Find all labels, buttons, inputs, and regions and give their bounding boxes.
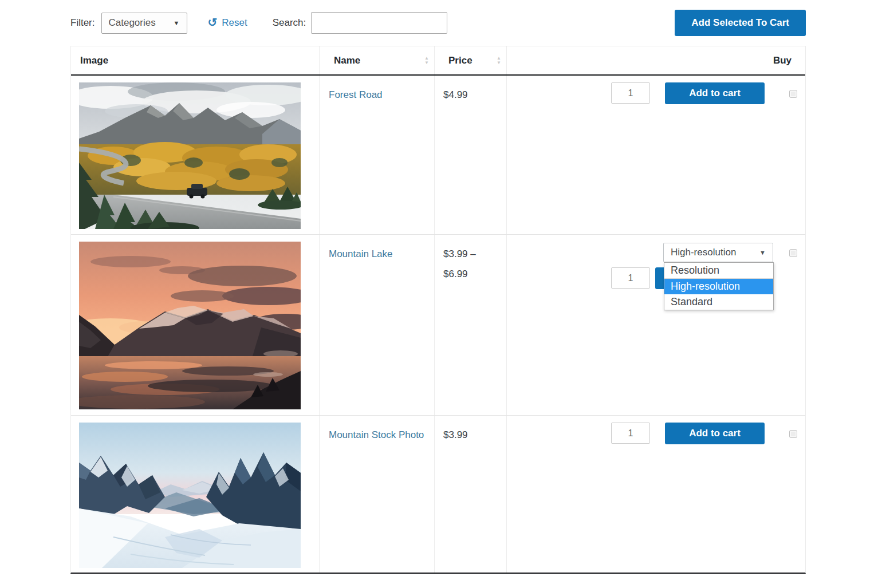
column-header-name[interactable]: Name ▲▼	[319, 46, 434, 74]
column-header-label: Image	[80, 55, 108, 66]
product-image-mountain-stock-photo[interactable]	[79, 423, 301, 568]
product-name-link[interactable]: Mountain Lake	[329, 244, 393, 264]
column-header-label: Buy	[773, 55, 792, 66]
buy-checkbox[interactable]	[789, 430, 797, 438]
price-cell: $3.99	[434, 416, 506, 573]
name-cell: Mountain Lake	[319, 235, 434, 415]
image-cell	[71, 235, 319, 415]
buy-checkbox[interactable]	[789, 249, 797, 257]
product-table-page: Filter: Categories ▼ ↺ Reset Search: Add…	[70, 0, 806, 574]
product-image-forest-road[interactable]	[79, 82, 301, 229]
table-header: Image Name ▲▼ Price ▲▼ Buy	[71, 46, 805, 76]
filter-bar: Filter: Categories ▼ ↺ Reset Search: Add…	[70, 10, 806, 36]
search-label: Search:	[273, 17, 306, 29]
reset-link[interactable]: ↺ Reset	[208, 17, 247, 29]
product-price: $3.99	[443, 429, 468, 440]
image-cell	[71, 416, 319, 573]
add-to-cart-button[interactable]: Add to cart	[665, 423, 765, 444]
sort-icon[interactable]: ▲▼	[424, 56, 429, 65]
add-to-cart-button[interactable]: Add to cart	[665, 82, 765, 104]
product-image-mountain-lake[interactable]	[79, 242, 301, 409]
product-table: Image Name ▲▼ Price ▲▼ Buy	[70, 46, 806, 574]
sort-icon[interactable]: ▲▼	[497, 56, 501, 65]
table-row: Forest Road $4.99 Add to cart	[71, 76, 805, 235]
buy-cell: Add to cart High-resolution ▼ Resolution…	[506, 235, 805, 415]
add-selected-to-cart-button[interactable]: Add Selected To Cart	[675, 10, 806, 36]
buy-cell: Add to cart	[506, 416, 805, 573]
variation-select-value: High-resolution	[671, 247, 736, 258]
dropdown-option-resolution[interactable]: Resolution	[664, 263, 773, 279]
reset-label: Reset	[222, 17, 247, 29]
search-input[interactable]	[311, 12, 447, 34]
column-header-price[interactable]: Price ▲▼	[434, 46, 506, 74]
name-cell: Mountain Stock Photo	[319, 416, 434, 573]
image-cell	[71, 76, 319, 234]
chevron-down-icon: ▼	[759, 249, 766, 256]
filter-label: Filter:	[70, 17, 95, 29]
price-cell: $4.99	[434, 76, 506, 234]
column-header-label: Name	[334, 55, 360, 66]
table-row: Mountain Stock Photo $3.99 Add to cart	[71, 416, 805, 573]
variation-dropdown: Resolution High-resolution Standard	[664, 262, 774, 310]
quantity-input[interactable]	[611, 267, 650, 289]
product-price: $4.99	[443, 89, 468, 100]
column-header-buy: Buy	[506, 46, 805, 74]
buy-checkbox[interactable]	[789, 90, 797, 98]
categories-select-value: Categories	[109, 17, 156, 29]
product-name-link[interactable]: Mountain Stock Photo	[329, 425, 424, 445]
name-cell: Forest Road	[319, 76, 434, 234]
dropdown-option-high-resolution[interactable]: High-resolution	[664, 279, 773, 294]
categories-select[interactable]: Categories ▼	[101, 13, 187, 34]
price-cell: $3.99 – $6.99	[434, 235, 506, 415]
column-header-image: Image	[71, 46, 319, 74]
product-price: $3.99 – $6.99	[443, 248, 476, 279]
chevron-down-icon: ▼	[174, 19, 180, 26]
dropdown-option-standard[interactable]: Standard	[664, 294, 773, 310]
reset-icon: ↺	[208, 17, 218, 28]
product-name-link[interactable]: Forest Road	[329, 85, 383, 105]
quantity-input[interactable]	[611, 423, 650, 444]
variation-select[interactable]: High-resolution ▼	[663, 243, 773, 262]
quantity-input[interactable]	[611, 82, 650, 104]
column-header-label: Price	[448, 55, 472, 66]
table-row: Mountain Lake $3.99 – $6.99 Add to cart …	[71, 235, 805, 416]
buy-cell: Add to cart	[506, 76, 805, 234]
